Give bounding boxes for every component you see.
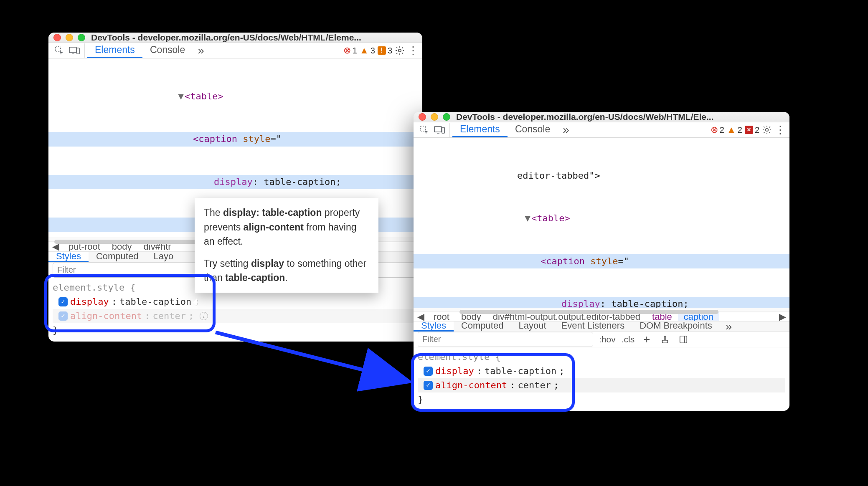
inspect-icon[interactable] [417, 122, 432, 137]
titlebar[interactable]: DevTools - developer.mozilla.org/en-US/d… [48, 33, 422, 43]
svg-point-3 [398, 49, 401, 52]
device-toggle-icon[interactable] [67, 43, 82, 58]
filter-row: :hov .cls + [414, 332, 789, 347]
checkbox-icon[interactable]: ✓ [424, 381, 433, 390]
minimize-icon[interactable] [66, 34, 73, 41]
tab-console[interactable]: Console [508, 122, 558, 137]
cls-toggle[interactable]: .cls [622, 334, 635, 344]
sidetab-layout[interactable]: Layo [146, 252, 181, 262]
kebab-icon[interactable]: ⋮ [407, 44, 419, 57]
divider [449, 123, 450, 137]
checkbox-icon[interactable]: ✓ [424, 367, 433, 376]
rule-display[interactable]: ✓ display: table-caption; [418, 364, 785, 378]
dom-scrollbar[interactable] [414, 308, 789, 312]
divider [84, 43, 85, 58]
window-title: DevTools - developer.mozilla.org/en-US/d… [91, 33, 417, 43]
sidetabs-overflow-icon[interactable]: » [720, 321, 738, 332]
panel-tabs: Elements Console » [87, 43, 209, 58]
styles-tabs: Styles Computed Layout Event Listeners D… [414, 321, 789, 332]
gear-icon[interactable] [759, 122, 774, 137]
violation-count[interactable]: ×2 [745, 125, 759, 135]
tab-console[interactable]: Console [142, 43, 193, 58]
sidetab-styles[interactable]: Styles [414, 321, 454, 332]
sidetab-computed[interactable]: Computed [89, 252, 146, 262]
computed-panel-icon[interactable] [677, 333, 690, 346]
svg-rect-1 [69, 47, 76, 53]
inspect-icon[interactable] [52, 43, 67, 58]
svg-rect-2 [77, 48, 79, 54]
error-count[interactable]: ⊗1 [343, 45, 357, 56]
error-count[interactable]: ⊗2 [711, 124, 724, 135]
paintbrush-icon[interactable] [659, 333, 671, 346]
selector-name: element.style { [418, 350, 785, 364]
svg-rect-6 [442, 127, 444, 133]
device-toggle-icon[interactable] [432, 122, 447, 137]
devtools-window-2: DevTools - developer.mozilla.org/en-US/d… [414, 112, 789, 411]
tab-elements[interactable]: Elements [452, 122, 508, 137]
titlebar[interactable]: DevTools - developer.mozilla.org/en-US/d… [414, 112, 789, 122]
minimize-icon[interactable] [431, 113, 438, 121]
breadcrumb-prev-icon[interactable]: ◀ [414, 312, 428, 321]
kebab-icon[interactable]: ⋮ [774, 124, 786, 137]
sidetab-styles[interactable]: Styles [48, 252, 89, 262]
gear-icon[interactable] [392, 43, 407, 58]
rule-align-content[interactable]: ✓ align-content: center; [418, 378, 785, 392]
sidetab-event-listeners[interactable]: Event Listeners [554, 321, 632, 332]
rule-close: } [53, 323, 418, 337]
status-icons[interactable]: ⊗2 ▲2 ×2 [711, 124, 759, 135]
breadcrumb-next-icon[interactable]: ▶ [775, 312, 789, 321]
panel-tabs: Elements Console » [452, 122, 574, 137]
checkbox-icon[interactable]: ✓ [58, 297, 68, 306]
new-style-rule-icon[interactable]: + [640, 333, 653, 346]
traffic-lights [419, 113, 450, 121]
styles-panel[interactable]: element.style { ✓ display: table-caption… [414, 347, 789, 411]
info-count[interactable]: !3 [378, 46, 392, 56]
sidetab-dom-breakpoints[interactable]: DOM Breakpoints [632, 321, 720, 332]
traffic-lights [53, 34, 85, 41]
info-icon[interactable]: i [200, 312, 208, 320]
close-icon[interactable] [53, 34, 61, 41]
svg-rect-5 [434, 127, 442, 132]
devtools-window-1: DevTools - developer.mozilla.org/en-US/d… [48, 33, 422, 342]
tab-elements[interactable]: Elements [87, 43, 142, 58]
warning-count[interactable]: ▲3 [360, 45, 375, 56]
sidetab-layout[interactable]: Layout [511, 321, 553, 332]
hov-toggle[interactable]: :hov [599, 334, 616, 344]
close-icon[interactable] [419, 113, 426, 121]
zoom-icon[interactable] [78, 34, 85, 41]
sidetab-computed[interactable]: Computed [454, 321, 511, 332]
svg-point-7 [766, 129, 768, 131]
svg-rect-8 [680, 336, 687, 343]
checkbox-icon[interactable]: ✓ [58, 311, 68, 321]
rule-close: } [418, 392, 785, 407]
devtools-toolbar: Elements Console » ⊗1 ▲3 !3 ⋮ [48, 43, 422, 58]
rule-display[interactable]: ✓ display: table-caption; [53, 295, 418, 309]
tabs-overflow-icon[interactable]: » [558, 122, 574, 137]
styles-filter-input[interactable] [418, 332, 593, 347]
rule-align-content[interactable]: ✓ align-content: center; i [53, 309, 418, 323]
status-icons[interactable]: ⊗1 ▲3 !3 [343, 45, 392, 56]
dom-tree[interactable]: editor-tabbed"> ▼<table> <caption style=… [414, 138, 789, 308]
crumb-root[interactable]: root [428, 312, 455, 321]
window-title: DevTools - developer.mozilla.org/en-US/d… [456, 112, 784, 122]
css-hint-tooltip: The display: table-caption property prev… [195, 198, 378, 293]
devtools-toolbar: Elements Console » ⊗2 ▲2 ×2 ⋮ [414, 122, 789, 138]
zoom-icon[interactable] [443, 113, 450, 121]
warning-count[interactable]: ▲2 [727, 124, 742, 135]
tabs-overflow-icon[interactable]: » [193, 43, 209, 58]
